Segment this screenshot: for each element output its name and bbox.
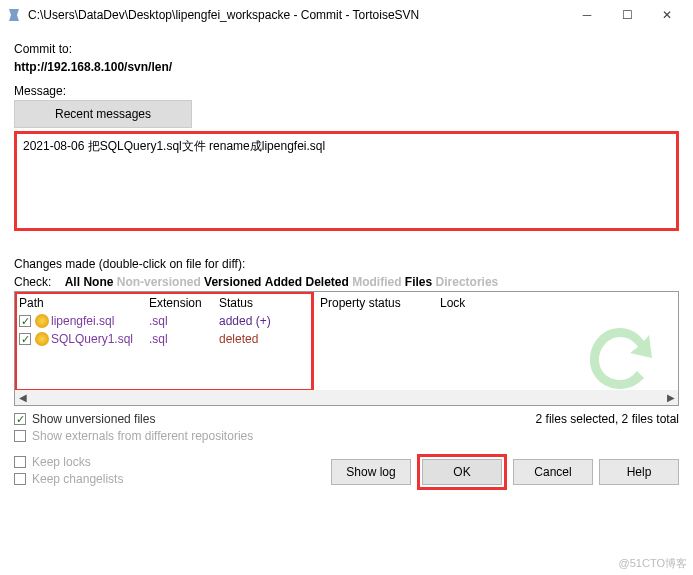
cancel-button[interactable]: Cancel [513,459,593,485]
filter-added[interactable]: Added [265,275,302,289]
table-row[interactable]: lipengfei.sql .sql added (+) [17,312,311,330]
file-ext: .sql [149,332,219,346]
file-status: added (+) [219,314,299,328]
scroll-right-icon[interactable]: ▶ [663,390,678,405]
close-button[interactable]: ✕ [647,1,687,29]
maximize-button[interactable]: ☐ [607,1,647,29]
file-name: SQLQuery1.sql [51,332,133,346]
filter-directories[interactable]: Directories [436,275,499,289]
checkbox-icon [14,430,26,442]
filter-versioned[interactable]: Versioned [204,275,261,289]
row-checkbox[interactable] [19,315,31,327]
file-icon [35,332,49,346]
check-label: Check: [14,275,51,289]
scroll-left-icon[interactable]: ◀ [15,390,30,405]
file-ext: .sql [149,314,219,328]
checkbox-icon[interactable] [14,456,26,468]
filter-modified[interactable]: Modified [352,275,401,289]
commit-to-label: Commit to: [14,42,679,56]
ok-button[interactable]: OK [422,459,502,485]
app-icon [6,7,22,23]
filter-all[interactable]: All [65,275,80,289]
header-row: Path Extension Status [17,294,311,312]
changes-label: Changes made (double-click on file for d… [14,257,679,271]
window-title: C:\Users\DataDev\Desktop\lipengfei_works… [28,8,567,22]
page-watermark: @51CTO博客 [619,556,687,571]
keep-locks-option[interactable]: Keep locks [14,455,123,469]
row-checkbox[interactable] [19,333,31,345]
selection-stats: 2 files selected, 2 files total [536,412,679,426]
show-unversioned-option[interactable]: Show unversioned files [14,412,253,426]
filter-bar: Check: All None Non-versioned Versioned … [14,273,679,291]
filter-deleted[interactable]: Deleted [305,275,348,289]
show-externals-option: Show externals from different repositori… [14,429,253,443]
minimize-button[interactable]: ─ [567,1,607,29]
checkbox-icon[interactable] [14,473,26,485]
file-icon [35,314,49,328]
help-button[interactable]: Help [599,459,679,485]
header-path[interactable]: Path [19,296,149,310]
header-prop[interactable]: Property status [320,296,440,310]
header-row-right: Property status Lock [318,294,674,312]
show-log-button[interactable]: Show log [331,459,411,485]
header-lock[interactable]: Lock [440,296,500,310]
keep-changelists-option[interactable]: Keep changelists [14,472,123,486]
file-name: lipengfei.sql [51,314,114,328]
commit-url: http://192.168.8.100/svn/len/ [14,58,679,76]
header-ext[interactable]: Extension [149,296,219,310]
filter-files[interactable]: Files [405,275,432,289]
commit-message-text: 2021-08-06 把SQLQuery1.sql文件 rename成lipen… [23,139,325,153]
table-row[interactable]: SQLQuery1.sql .sql deleted [17,330,311,348]
header-status[interactable]: Status [219,296,299,310]
filter-none[interactable]: None [83,275,113,289]
checkbox-icon[interactable] [14,413,26,425]
horizontal-scrollbar[interactable]: ◀ ▶ [15,390,678,405]
titlebar: C:\Users\DataDev\Desktop\lipengfei_works… [0,0,693,30]
commit-message-textarea[interactable]: 2021-08-06 把SQLQuery1.sql文件 rename成lipen… [14,131,679,231]
file-list[interactable]: Path Extension Status lipengfei.sql .sql… [14,291,679,406]
message-label: Message: [14,84,679,98]
recent-messages-button[interactable]: Recent messages [14,100,192,128]
filter-nonversioned[interactable]: Non-versioned [117,275,201,289]
file-status: deleted [219,332,299,346]
